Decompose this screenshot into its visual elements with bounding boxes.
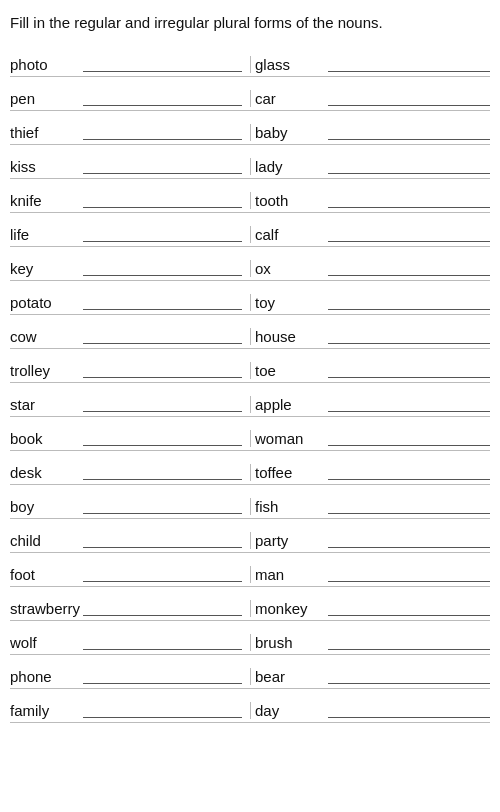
noun-label-right: lady bbox=[255, 158, 325, 175]
noun-table: photoglasspencarthiefbabykissladyknifeto… bbox=[10, 43, 490, 723]
fill-line-left bbox=[83, 377, 242, 378]
fill-line-left bbox=[83, 207, 242, 208]
noun-label-left: potato bbox=[10, 294, 80, 311]
table-row: bookwoman bbox=[10, 417, 490, 451]
noun-label-right: brush bbox=[255, 634, 325, 651]
noun-label-right: man bbox=[255, 566, 325, 583]
fill-line-right bbox=[328, 615, 490, 616]
fill-line-left bbox=[83, 309, 242, 310]
fill-line-right bbox=[328, 479, 490, 480]
fill-line-right bbox=[328, 309, 490, 310]
table-row: wolfbrush bbox=[10, 621, 490, 655]
table-row: knifetooth bbox=[10, 179, 490, 213]
fill-line-left bbox=[83, 411, 242, 412]
fill-line-left bbox=[83, 581, 242, 582]
noun-label-right: baby bbox=[255, 124, 325, 141]
noun-label-left: family bbox=[10, 702, 80, 719]
fill-line-right bbox=[328, 717, 490, 718]
table-row: trolleytoe bbox=[10, 349, 490, 383]
table-row: pencar bbox=[10, 77, 490, 111]
fill-line-left bbox=[83, 649, 242, 650]
fill-line-left bbox=[83, 479, 242, 480]
noun-label-right: party bbox=[255, 532, 325, 549]
noun-label-left: kiss bbox=[10, 158, 80, 175]
noun-label-left: desk bbox=[10, 464, 80, 481]
noun-label-left: trolley bbox=[10, 362, 80, 379]
instructions: Fill in the regular and irregular plural… bbox=[10, 12, 490, 33]
table-row: starapple bbox=[10, 383, 490, 417]
noun-label-left: child bbox=[10, 532, 80, 549]
fill-line-left bbox=[83, 241, 242, 242]
table-row: phonebear bbox=[10, 655, 490, 689]
table-row: thiefbaby bbox=[10, 111, 490, 145]
fill-line-right bbox=[328, 411, 490, 412]
fill-line-right bbox=[328, 581, 490, 582]
fill-line-right bbox=[328, 173, 490, 174]
noun-label-left: phone bbox=[10, 668, 80, 685]
fill-line-right bbox=[328, 649, 490, 650]
table-row: potatotoy bbox=[10, 281, 490, 315]
table-row: kisslady bbox=[10, 145, 490, 179]
table-row: keyox bbox=[10, 247, 490, 281]
noun-label-left: strawberry bbox=[10, 600, 80, 617]
noun-label-right: toe bbox=[255, 362, 325, 379]
noun-label-left: photo bbox=[10, 56, 80, 73]
table-row: photoglass bbox=[10, 43, 490, 77]
fill-line-left bbox=[83, 173, 242, 174]
fill-line-right bbox=[328, 139, 490, 140]
fill-line-left bbox=[83, 717, 242, 718]
noun-label-left: wolf bbox=[10, 634, 80, 651]
noun-label-left: cow bbox=[10, 328, 80, 345]
noun-label-right: fish bbox=[255, 498, 325, 515]
noun-label-right: car bbox=[255, 90, 325, 107]
noun-label-left: life bbox=[10, 226, 80, 243]
fill-line-right bbox=[328, 377, 490, 378]
noun-label-right: day bbox=[255, 702, 325, 719]
noun-label-right: bear bbox=[255, 668, 325, 685]
fill-line-right bbox=[328, 207, 490, 208]
noun-label-left: key bbox=[10, 260, 80, 277]
noun-label-right: calf bbox=[255, 226, 325, 243]
fill-line-left bbox=[83, 343, 242, 344]
fill-line-right bbox=[328, 343, 490, 344]
noun-label-left: star bbox=[10, 396, 80, 413]
table-row: boyfish bbox=[10, 485, 490, 519]
noun-label-right: woman bbox=[255, 430, 325, 447]
fill-line-left bbox=[83, 105, 242, 106]
fill-line-right bbox=[328, 547, 490, 548]
noun-label-right: toffee bbox=[255, 464, 325, 481]
fill-line-left bbox=[83, 547, 242, 548]
noun-label-left: boy bbox=[10, 498, 80, 515]
fill-line-right bbox=[328, 275, 490, 276]
noun-label-right: house bbox=[255, 328, 325, 345]
table-row: desktoffee bbox=[10, 451, 490, 485]
fill-line-right bbox=[328, 683, 490, 684]
fill-line-right bbox=[328, 513, 490, 514]
table-row: cowhouse bbox=[10, 315, 490, 349]
noun-label-right: glass bbox=[255, 56, 325, 73]
noun-label-left: book bbox=[10, 430, 80, 447]
table-row: familyday bbox=[10, 689, 490, 723]
fill-line-right bbox=[328, 241, 490, 242]
table-row: childparty bbox=[10, 519, 490, 553]
fill-line-left bbox=[83, 615, 242, 616]
table-row: strawberrymonkey bbox=[10, 587, 490, 621]
fill-line-left bbox=[83, 71, 242, 72]
noun-label-right: toy bbox=[255, 294, 325, 311]
fill-line-left bbox=[83, 445, 242, 446]
noun-label-left: foot bbox=[10, 566, 80, 583]
fill-line-left bbox=[83, 513, 242, 514]
noun-label-right: monkey bbox=[255, 600, 325, 617]
noun-label-right: tooth bbox=[255, 192, 325, 209]
noun-label-right: apple bbox=[255, 396, 325, 413]
fill-line-right bbox=[328, 445, 490, 446]
fill-line-left bbox=[83, 275, 242, 276]
fill-line-left bbox=[83, 139, 242, 140]
noun-label-left: pen bbox=[10, 90, 80, 107]
table-row: lifecalf bbox=[10, 213, 490, 247]
noun-label-left: thief bbox=[10, 124, 80, 141]
fill-line-right bbox=[328, 105, 490, 106]
fill-line-left bbox=[83, 683, 242, 684]
noun-label-right: ox bbox=[255, 260, 325, 277]
fill-line-right bbox=[328, 71, 490, 72]
